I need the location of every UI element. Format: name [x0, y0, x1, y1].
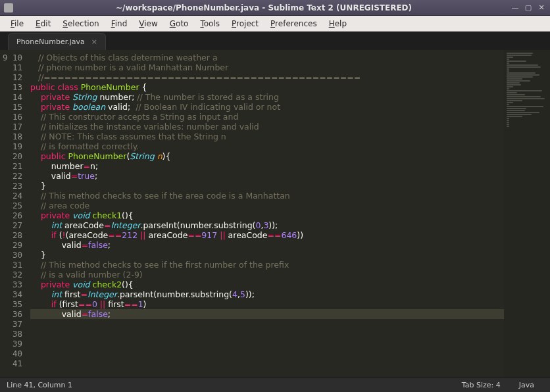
menu-bar: FileEditSelectionFindViewGotoToolsProjec… [0, 16, 550, 32]
tab-label: PhoneNumber.java [16, 37, 85, 46]
menu-project[interactable]: Project [226, 18, 264, 30]
menu-view[interactable]: View [134, 18, 162, 30]
menu-tools[interactable]: Tools [195, 18, 225, 30]
app-icon [4, 3, 13, 12]
minimize-icon[interactable]: — [511, 3, 520, 12]
editor-pane: 9 10 11 12 13 14 15 16 17 18 19 20 21 22… [0, 50, 550, 378]
close-icon[interactable]: ✕ [537, 3, 546, 12]
status-tab-size[interactable]: Tab Size: 4 [453, 381, 510, 389]
title-bar: ~/workspace/PhoneNumber.java - Sublime T… [0, 0, 550, 16]
status-bar: Line 41, Column 1 Tab Size: 4 Java [0, 378, 550, 392]
tab-phonenumber[interactable]: PhoneNumber.java × [8, 33, 106, 50]
tab-bar: PhoneNumber.java × [0, 32, 550, 50]
status-language[interactable]: Java [510, 381, 543, 389]
menu-find[interactable]: Find [106, 18, 133, 30]
menu-file[interactable]: File [5, 18, 29, 30]
window-title: ~/workspace/PhoneNumber.java - Sublime T… [17, 3, 511, 12]
minimap[interactable] [504, 50, 550, 378]
menu-edit[interactable]: Edit [30, 18, 56, 30]
menu-preferences[interactable]: Preferences [265, 18, 322, 30]
maximize-icon[interactable]: ▢ [524, 3, 533, 12]
menu-goto[interactable]: Goto [164, 18, 194, 30]
line-number-gutter: 9 10 11 12 13 14 15 16 17 18 19 20 21 22… [0, 50, 28, 378]
menu-selection[interactable]: Selection [57, 18, 104, 30]
menu-help[interactable]: Help [324, 18, 352, 30]
code-area[interactable]: // Objects of this class determine weath… [28, 50, 504, 378]
tab-close-icon[interactable]: × [91, 37, 97, 46]
window-controls: — ▢ ✕ [511, 3, 546, 12]
status-cursor-pos: Line 41, Column 1 [7, 381, 453, 389]
